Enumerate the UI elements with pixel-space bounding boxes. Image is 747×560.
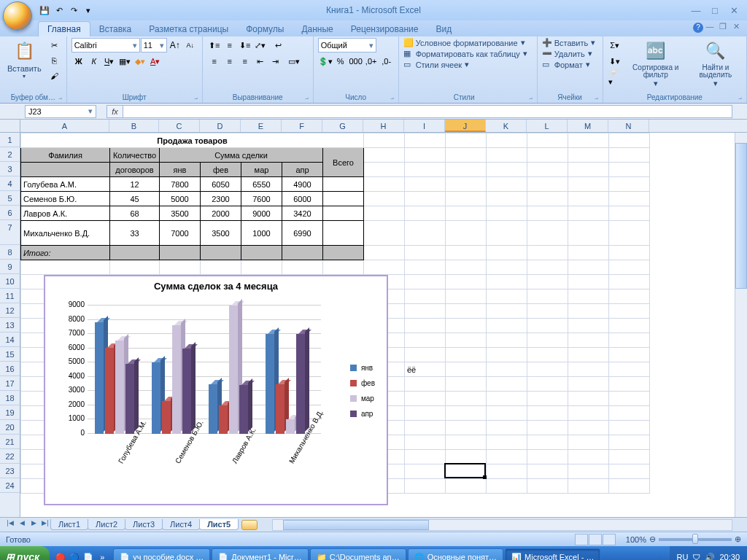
ribbon-tab-6[interactable]: Вид xyxy=(427,22,460,36)
align-top-icon[interactable]: ⬆≡ xyxy=(207,38,222,52)
save-icon[interactable]: 💾 xyxy=(38,4,51,17)
paste-button[interactable]: 📋 Вставить▾ xyxy=(4,38,44,81)
font-size-combo[interactable]: 11▾ xyxy=(141,38,167,52)
align-right-icon[interactable]: ≡ xyxy=(238,54,252,69)
column-header[interactable]: J xyxy=(445,120,486,132)
sheet-tab[interactable]: Лист2 xyxy=(88,519,125,530)
embedded-chart[interactable]: Сумма сделок за 4 месяца 900080007000600… xyxy=(44,275,388,505)
insert-button[interactable]: ➕Вставить ▾ xyxy=(542,38,596,47)
view-break-icon[interactable] xyxy=(603,534,616,545)
ribbon-tab-1[interactable]: Вставка xyxy=(90,22,141,36)
bold-button[interactable]: Ж xyxy=(71,54,86,69)
column-header[interactable]: E xyxy=(241,120,282,132)
sort-filter-button[interactable]: 🔤 Сортировка и фильтр▾ xyxy=(625,38,686,90)
worksheet-grid[interactable]: 123456789101112131415161718192021222324 … xyxy=(0,120,747,517)
font-family-combo[interactable]: Calibri▾ xyxy=(71,38,140,52)
grow-font-icon[interactable]: A↑ xyxy=(168,38,182,52)
row-header[interactable]: 19 xyxy=(0,405,20,420)
taskbar-button[interactable]: 🌐Основные понят… xyxy=(408,548,503,560)
column-header[interactable]: F xyxy=(282,120,322,132)
column-header[interactable]: D xyxy=(200,120,241,132)
decrease-decimal-icon[interactable]: ,0- xyxy=(379,54,394,69)
tab-next-icon[interactable]: ▶ xyxy=(28,519,39,531)
autosum-icon[interactable]: Σ▾ xyxy=(608,38,622,52)
shrink-font-icon[interactable]: A↓ xyxy=(183,38,198,52)
minimize-button[interactable]: — xyxy=(689,5,703,16)
column-header[interactable]: C xyxy=(159,120,200,132)
row-header[interactable]: 12 xyxy=(0,303,20,318)
redo-icon[interactable]: ↷ xyxy=(67,4,80,17)
qat-dropdown-icon[interactable]: ▾ xyxy=(82,4,95,17)
doc-minimize-button[interactable]: — xyxy=(705,22,715,31)
row-header[interactable]: 11 xyxy=(0,289,20,303)
ql-skype-icon[interactable]: 🔵 xyxy=(68,551,81,560)
column-header[interactable]: I xyxy=(404,120,445,132)
orientation-icon[interactable]: ⤢▾ xyxy=(253,38,268,52)
ribbon-tab-2[interactable]: Разметка страницы xyxy=(140,22,237,36)
row-header[interactable]: 10 xyxy=(0,274,20,289)
comma-icon[interactable]: 000 xyxy=(349,54,363,69)
tray-lang[interactable]: RU xyxy=(677,553,689,560)
clear-icon[interactable]: 🩹▾ xyxy=(608,70,622,85)
align-left-icon[interactable]: ≡ xyxy=(207,54,222,69)
row-header[interactable]: 24 xyxy=(0,478,20,493)
cut-icon[interactable]: ✂ xyxy=(47,38,62,52)
close-button[interactable]: ✕ xyxy=(727,5,741,16)
fx-button[interactable]: fx xyxy=(107,105,123,118)
horizontal-scrollbar[interactable] xyxy=(272,519,732,531)
decrease-indent-icon[interactable]: ⇤ xyxy=(253,54,268,69)
find-select-button[interactable]: 🔍 Найти и выделить▾ xyxy=(689,38,742,90)
row-header[interactable]: 5 xyxy=(0,191,20,206)
ribbon-tab-0[interactable]: Главная xyxy=(38,21,90,36)
row-header[interactable]: 1 xyxy=(0,133,20,147)
column-header[interactable]: B xyxy=(109,120,159,132)
number-format-combo[interactable]: Общий▾ xyxy=(318,38,376,52)
taskbar-button[interactable]: 📁C:\Documents an… xyxy=(310,548,406,560)
tray-clock[interactable]: 20:30 xyxy=(719,553,740,560)
undo-icon[interactable]: ↶ xyxy=(53,4,66,17)
cells-area[interactable]: ABCDEFGHIJKLMN Продажа товаровФамилияКол… xyxy=(20,120,747,517)
maximize-button[interactable]: □ xyxy=(708,5,722,16)
column-header[interactable]: L xyxy=(527,120,568,132)
fill-icon[interactable]: ⬇▾ xyxy=(608,54,622,69)
doc-close-button[interactable]: ✕ xyxy=(731,22,741,31)
row-header[interactable]: 8 xyxy=(0,245,20,260)
sheet-tab[interactable]: Лист4 xyxy=(162,519,200,530)
merge-button[interactable]: ▭▾ xyxy=(284,54,304,69)
align-bottom-icon[interactable]: ⬇≡ xyxy=(238,38,252,52)
start-button[interactable]: ⊞пуск xyxy=(0,546,50,560)
name-box[interactable]: J23▾ xyxy=(25,105,96,118)
zoom-level[interactable]: 100% xyxy=(626,535,646,544)
font-color-button[interactable]: A▾ xyxy=(148,54,163,69)
increase-indent-icon[interactable]: ⇥ xyxy=(268,54,283,69)
row-header[interactable]: 7 xyxy=(0,220,20,245)
row-header[interactable]: 14 xyxy=(0,332,20,347)
row-header[interactable]: 2 xyxy=(0,147,20,162)
delete-button[interactable]: ➖Удалить ▾ xyxy=(542,49,592,58)
zoom-out-button[interactable]: ⊖ xyxy=(649,534,656,544)
row-header[interactable]: 22 xyxy=(0,449,20,464)
currency-icon[interactable]: 💲▾ xyxy=(318,54,333,69)
row-header[interactable]: 18 xyxy=(0,391,20,405)
column-header[interactable]: A xyxy=(20,120,109,132)
vertical-scrollbar[interactable] xyxy=(735,133,747,517)
sheet-tab[interactable]: Лист1 xyxy=(50,519,88,530)
view-normal-icon[interactable] xyxy=(575,534,588,545)
row-header[interactable]: 9 xyxy=(0,260,20,274)
zoom-slider[interactable] xyxy=(659,538,732,541)
sheet-tab[interactable]: Лист3 xyxy=(125,519,163,530)
column-header[interactable]: G xyxy=(322,120,363,132)
cell-styles-button[interactable]: ▭Стили ячеек ▾ xyxy=(403,60,470,69)
new-sheet-button[interactable] xyxy=(241,520,258,530)
row-header[interactable]: 13 xyxy=(0,318,20,332)
row-header[interactable]: 16 xyxy=(0,362,20,376)
ql-opera-icon[interactable]: 🔴 xyxy=(54,551,67,560)
row-header[interactable]: 23 xyxy=(0,464,20,478)
ribbon-tab-3[interactable]: Формулы xyxy=(237,22,293,36)
percent-icon[interactable]: % xyxy=(333,54,348,69)
row-header[interactable]: 3 xyxy=(0,162,20,176)
column-header[interactable]: K xyxy=(486,120,527,132)
format-painter-icon[interactable]: 🖌 xyxy=(47,69,62,83)
row-header[interactable]: 17 xyxy=(0,376,20,391)
ribbon-tab-5[interactable]: Рецензирование xyxy=(342,22,427,36)
